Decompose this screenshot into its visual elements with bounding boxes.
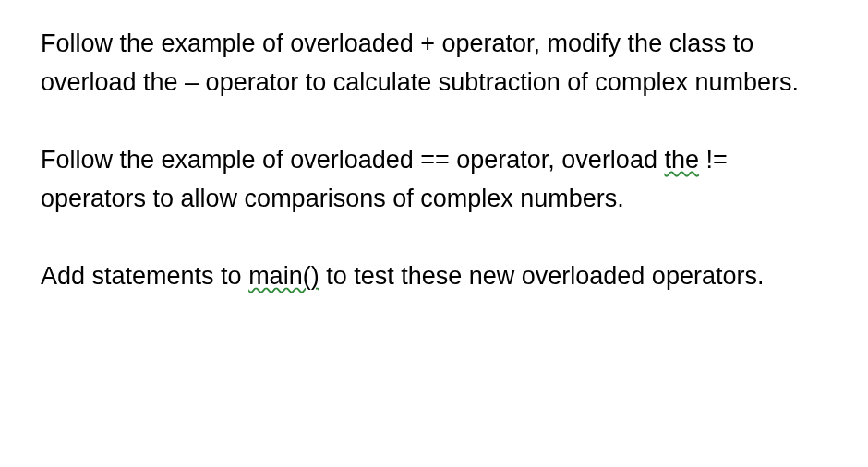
grammar-underline-the: the	[664, 146, 699, 174]
paragraph-1: Follow the example of overloaded + opera…	[41, 24, 831, 102]
paragraph-2: Follow the example of overloaded == oper…	[41, 140, 831, 218]
paragraph-3: Add statements to main() to test these n…	[41, 257, 831, 295]
grammar-underline-main: main()	[248, 262, 319, 290]
paragraph-3-text-a: Add statements to	[41, 262, 248, 290]
document-page: Follow the example of overloaded + opera…	[0, 0, 868, 320]
paragraph-2-text-a: Follow the example of overloaded == oper…	[41, 146, 664, 174]
paragraph-3-text-b: to test these new overloaded operators.	[319, 262, 765, 290]
paragraph-1-text: Follow the example of overloaded + opera…	[41, 30, 799, 96]
